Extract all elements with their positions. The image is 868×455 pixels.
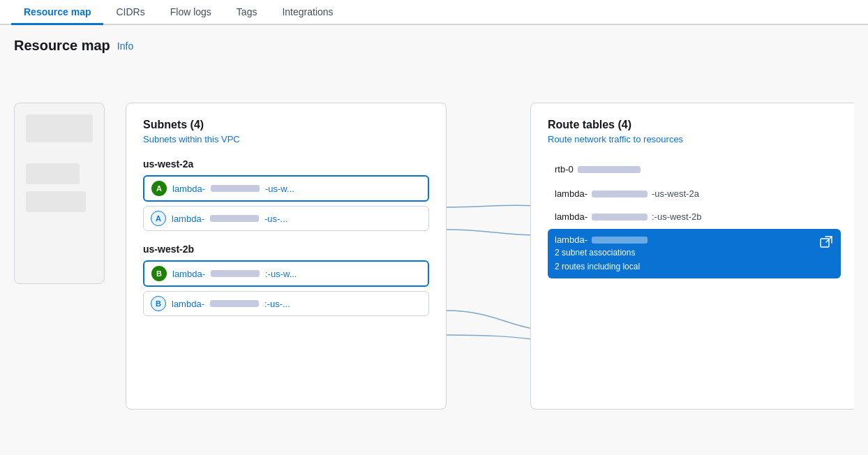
route-detail-2: 2 routes including local bbox=[555, 260, 648, 273]
subnet-row-2b-1[interactable]: B lambda- :-us-w... bbox=[143, 260, 429, 287]
subnet-row-2a-1[interactable]: A lambda- -us-w... bbox=[143, 175, 429, 202]
route-detail-1: 2 subnet associations bbox=[555, 246, 648, 259]
routes-card: Route tables (4) Route network traffic t… bbox=[530, 103, 854, 410]
info-link[interactable]: Info bbox=[117, 40, 133, 52]
page-header: Resource map Info bbox=[14, 38, 854, 54]
route-row-2b[interactable]: lambda- :-us-west-2b bbox=[548, 206, 841, 228]
routes-subtitle: Route network traffic to resources bbox=[548, 134, 841, 144]
routes-title: Route tables (4) bbox=[548, 119, 841, 131]
subnets-subtitle: Subnets within this VPC bbox=[143, 134, 429, 144]
route-row-selected[interactable]: lambda- 2 subnet associations 2 routes i… bbox=[548, 229, 841, 278]
rtb-name: rtb-0 bbox=[555, 164, 574, 174]
tab-tags[interactable]: Tags bbox=[224, 1, 270, 25]
subnet-id-blur-2b-1 bbox=[211, 270, 260, 277]
subnet-avatar-2a-1: A bbox=[151, 181, 167, 196]
left-block-3 bbox=[26, 191, 86, 212]
route-suffix-2a: -us-west-2a bbox=[652, 188, 699, 199]
map-area: Subnets (4) Subnets within this VPC us-w… bbox=[14, 68, 854, 410]
subnet-avatar-2b-2: B bbox=[151, 296, 166, 311]
rtb-id-blur bbox=[578, 166, 641, 173]
rtb-row[interactable]: rtb-0 bbox=[548, 158, 841, 180]
tab-flow-logs[interactable]: Flow logs bbox=[158, 1, 224, 25]
subnet-avatar-2a-2: A bbox=[151, 211, 166, 226]
tab-integrations[interactable]: Integrations bbox=[269, 1, 345, 25]
zone-label-2a: us-west-2a bbox=[143, 158, 429, 170]
route-suffix-2b: :-us-west-2b bbox=[652, 211, 702, 222]
page-content: Resource map Info Subnets (4) bbox=[0, 25, 868, 422]
subnet-name-2b-1: lambda- bbox=[172, 269, 205, 279]
subnet-id-blur-2b-2 bbox=[210, 300, 259, 307]
route-row-2a[interactable]: lambda- -us-west-2a bbox=[548, 183, 841, 204]
tabs-bar: Resource map CIDRs Flow logs Tags Integr… bbox=[0, 0, 868, 25]
subnets-card: Subnets (4) Subnets within this VPC us-w… bbox=[126, 103, 447, 410]
zone-label-2b: us-west-2b bbox=[143, 244, 429, 255]
subnet-suffix-2a-1: -us-w... bbox=[265, 184, 294, 194]
left-block-1 bbox=[26, 114, 93, 142]
subnets-title: Subnets (4) bbox=[143, 119, 429, 131]
subnet-id-blur-2a-1 bbox=[211, 185, 260, 192]
route-id-blur-2a bbox=[592, 191, 648, 197]
left-partial-card bbox=[14, 103, 105, 284]
subnet-row-2a-2[interactable]: A lambda- -us-... bbox=[143, 206, 429, 231]
tab-resource-map[interactable]: Resource map bbox=[11, 1, 103, 25]
subnet-name-2b-2: lambda- bbox=[172, 299, 204, 309]
route-name-2a: lambda- bbox=[555, 188, 588, 199]
subnet-id-blur-2a-2 bbox=[210, 215, 259, 222]
page-title: Resource map bbox=[14, 38, 110, 54]
left-block-2 bbox=[26, 163, 80, 184]
route-selected-content: lambda- 2 subnet associations 2 routes i… bbox=[555, 234, 648, 273]
subnet-suffix-2b-2: :-us-... bbox=[264, 299, 290, 309]
subnet-row-2b-2[interactable]: B lambda- :-us-... bbox=[143, 291, 429, 316]
subnet-name-2a-2: lambda- bbox=[172, 214, 204, 224]
tab-cidrs[interactable]: CIDRs bbox=[103, 1, 157, 25]
subnet-name-2a-1: lambda- bbox=[172, 184, 205, 194]
route-id-blur-2b bbox=[592, 214, 648, 221]
route-name-2b: lambda- bbox=[555, 211, 588, 222]
subnet-suffix-2a-2: -us-... bbox=[264, 214, 287, 224]
subnet-avatar-2b-1: B bbox=[151, 266, 167, 281]
external-link-icon[interactable] bbox=[818, 234, 834, 250]
route-name-selected: lambda- bbox=[555, 234, 588, 245]
route-id-blur-selected bbox=[592, 237, 648, 244]
subnet-suffix-2b-1: :-us-w... bbox=[265, 269, 297, 279]
external-icon-svg bbox=[820, 236, 832, 248]
